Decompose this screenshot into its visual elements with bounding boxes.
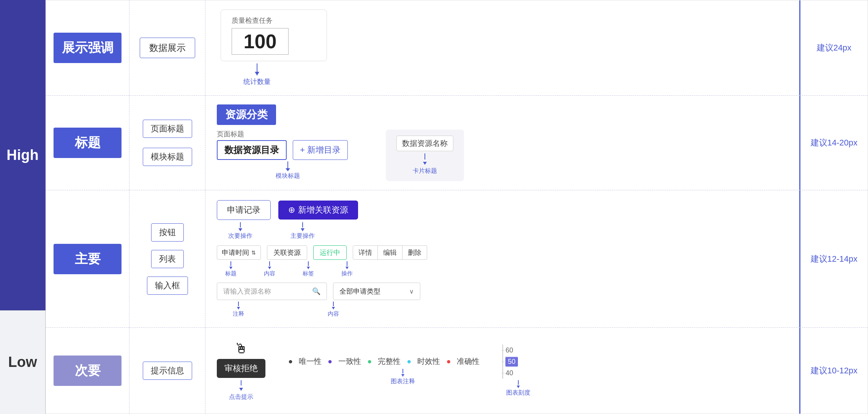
select-demo[interactable]: 全部申请类型 ∨ <box>333 283 420 300</box>
annotation-secondary-text: 建议10-12px <box>811 365 858 376</box>
edit-button[interactable]: 编辑 <box>378 245 402 260</box>
name-page-title-box: 页面标题 <box>143 120 192 138</box>
input-desc: 注释 <box>233 310 244 318</box>
list-content-desc: 内容 <box>264 270 275 277</box>
search-icon: 🔍 <box>312 287 320 295</box>
name-btn-box: 按钮 <box>151 223 184 242</box>
cat-display-label: 展示强调 <box>54 33 122 63</box>
annotation-secondary: 建议10-12px <box>799 328 868 414</box>
row-display: 展示强调 数据展示 质量检查任务 100 统计数量 <box>46 0 868 96</box>
list-select[interactable]: 申请时间 ⇅ <box>217 245 261 260</box>
name-secondary-box: 提示信息 <box>143 362 192 380</box>
row-secondary: 次要 提示信息 🖱 审核拒绝 点击提示 ●唯一性 <box>46 328 868 414</box>
detail-button[interactable]: 详情 <box>353 245 378 260</box>
stat-card-label: 质量检查任务 <box>232 16 316 25</box>
stat-card: 质量检查任务 100 <box>221 9 327 61</box>
legend-desc: 图表注释 <box>391 378 415 386</box>
stat-desc: 统计数量 <box>243 77 271 86</box>
select-desc: 内容 <box>328 310 339 318</box>
search-input-demo[interactable]: 请输入资源名称 🔍 <box>217 283 327 300</box>
module-title-desc: 模块标题 <box>276 172 300 180</box>
primary-button[interactable]: ⊕ 新增关联资源 <box>278 201 358 220</box>
cat-title-label: 标题 <box>54 128 122 158</box>
row-main: 主要 按钮 列表 输入框 申请记录 ⊕ 新增关联资源 <box>46 190 868 328</box>
demo-title-col: 资源分类 页面标题 数据资源目录 + 新增目录 模块标题 <box>205 96 799 190</box>
annotation-main-text: 建议12-14px <box>811 253 858 265</box>
main-wrapper: High Low 展示强调 数据展示 质量检查任务 100 <box>0 0 868 414</box>
annotation-main: 建议12-14px <box>799 190 868 327</box>
tooltip-desc: 点击提示 <box>229 393 253 401</box>
chevron-down-icon: ∨ <box>409 288 414 295</box>
stat-desc-wrapper: 统计数量 <box>221 63 271 86</box>
cat-main-label: 主要 <box>54 244 122 274</box>
cat-main-container: 主要 <box>46 190 129 327</box>
priority-high-label: High <box>0 0 46 310</box>
page-title-label: 页面标题 <box>217 130 348 139</box>
stat-card-wrapper: 质量检查任务 100 统计数量 <box>221 9 327 86</box>
cat-title-container: 标题 <box>46 96 129 190</box>
annotation-display: 建议24px <box>799 0 868 95</box>
name-list-box: 列表 <box>151 250 184 268</box>
name-input-box: 输入框 <box>147 277 188 295</box>
list-title-desc: 标题 <box>225 270 237 277</box>
add-catalog-button[interactable]: + 新增目录 <box>293 140 348 160</box>
annotation-title: 建议14-20px <box>799 96 868 190</box>
name-display-box: 数据展示 <box>140 38 195 58</box>
sort-icon: ⇅ <box>251 250 256 256</box>
name-display-col: 数据展示 <box>129 0 205 95</box>
list-tag: 关联资源 <box>267 245 307 260</box>
name-secondary-col: 提示信息 <box>129 328 205 414</box>
plus-icon: ⊕ <box>288 205 295 215</box>
cat-display-container: 展示强调 <box>46 0 129 95</box>
secondary-action-desc: 次要操作 <box>228 232 253 240</box>
chart-scale-demo: 60 50 40 <box>502 344 530 397</box>
cat-secondary-label: 次要 <box>54 356 122 386</box>
tooltip-box: 审核拒绝 <box>217 359 265 378</box>
legend-demo: ●唯一性 ●一致性 ●完整性 ●时效性 ●准确性 图表注释 <box>288 356 480 386</box>
cursor-icon: 🖱 <box>234 341 248 357</box>
list-status: 运行中 <box>313 245 347 260</box>
priority-low-label: Low <box>0 310 46 414</box>
name-module-title-box: 模块标题 <box>143 148 192 166</box>
scale-item-40: 40 <box>505 367 518 379</box>
resource-tag: 资源分类 <box>217 104 276 125</box>
cat-secondary-container: 次要 <box>46 328 129 414</box>
scale-desc: 图表刻度 <box>506 389 530 397</box>
demo-secondary-col: 🖱 审核拒绝 点击提示 ●唯一性 ●一致性 ●完整性 ●时效性 ●准确性 <box>205 328 799 414</box>
delete-button[interactable]: 删除 <box>402 245 427 260</box>
list-op-desc: 操作 <box>341 270 353 277</box>
name-title-col: 页面标题 模块标题 <box>129 96 205 190</box>
name-main-col: 按钮 列表 输入框 <box>129 190 205 327</box>
row-title: 标题 页面标题 模块标题 资源分类 页面标题 <box>46 96 868 190</box>
annotation-display-text: 建议24px <box>817 42 852 54</box>
scale-values: 60 50 40 <box>502 344 518 379</box>
card-title-label: 数据资源名称 <box>396 136 453 151</box>
demo-main-col: 申请记录 ⊕ 新增关联资源 次要操作 <box>205 190 799 327</box>
list-actions: 详情 编辑 删除 <box>353 245 427 260</box>
scale-item-50: 50 <box>505 356 518 367</box>
legend-row: ●唯一性 ●一致性 ●完整性 ●时效性 ●准确性 <box>288 356 480 367</box>
stat-card-value: 100 <box>232 28 289 55</box>
tooltip-demo: 🖱 审核拒绝 点击提示 <box>217 341 265 401</box>
demo-display-col: 质量检查任务 100 统计数量 <box>205 0 799 95</box>
primary-action-desc: 主要操作 <box>290 232 315 240</box>
card-title-desc: 卡片标题 <box>413 167 437 175</box>
secondary-button[interactable]: 申请记录 <box>217 200 271 220</box>
scale-item-60: 60 <box>505 344 518 356</box>
page-title-value: 数据资源目录 <box>217 140 287 160</box>
card-title-area: 数据资源名称 卡片标题 <box>386 130 464 181</box>
annotation-title-text: 建议14-20px <box>811 137 858 149</box>
list-tag-desc: 标签 <box>303 270 314 277</box>
